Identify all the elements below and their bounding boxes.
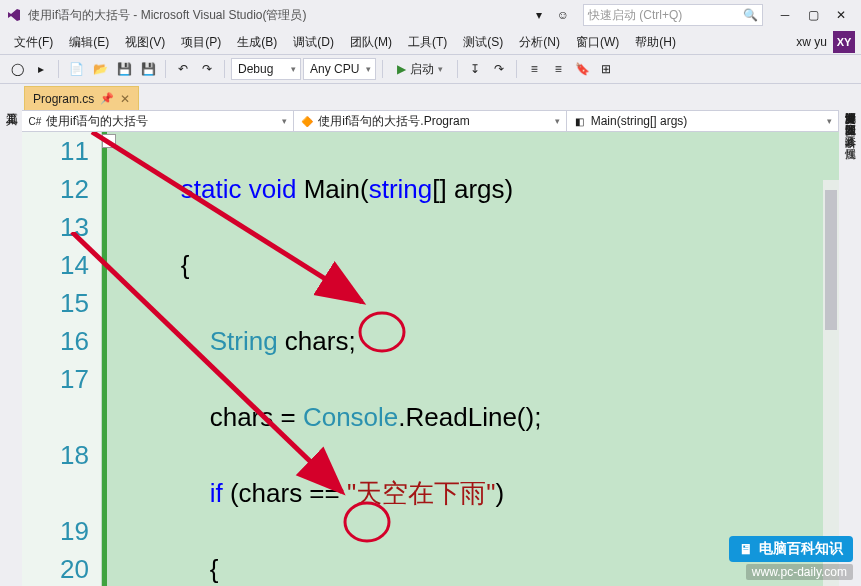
- scrollbar-thumb[interactable]: [825, 190, 837, 330]
- save-button[interactable]: 💾: [113, 58, 135, 80]
- separator: [224, 60, 225, 78]
- quick-launch-placeholder: 快速启动 (Ctrl+Q): [588, 7, 682, 24]
- step-over-button[interactable]: ↷: [488, 58, 510, 80]
- close-button[interactable]: ✕: [827, 5, 855, 25]
- menu-file[interactable]: 文件(F): [6, 34, 61, 51]
- monitor-icon: 🖥: [739, 541, 753, 557]
- pin-icon[interactable]: 📌: [100, 92, 114, 105]
- nav-forward-button[interactable]: ▸: [30, 58, 52, 80]
- menu-window[interactable]: 窗口(W): [568, 34, 627, 51]
- outline-toggle[interactable]: −: [102, 134, 116, 148]
- class-icon: 🔶: [300, 114, 314, 128]
- menu-tools[interactable]: 工具(T): [400, 34, 455, 51]
- menubar: 文件(F) 编辑(E) 视图(V) 项目(P) 生成(B) 调试(D) 团队(M…: [0, 30, 861, 54]
- right-rail: 解决方案资源管理器 团队资源管理器 诊断工具 属性: [839, 84, 861, 586]
- menu-team[interactable]: 团队(M): [342, 34, 400, 51]
- notifications-icon[interactable]: ▾: [529, 5, 549, 25]
- editor-tabs: Program.cs 📌 ✕: [22, 84, 839, 110]
- watermark-url: www.pc-daily.com: [746, 564, 853, 580]
- chevron-down-icon: ▾: [438, 64, 443, 74]
- menu-project[interactable]: 项目(P): [173, 34, 229, 51]
- format-button[interactable]: ⊞: [595, 58, 617, 80]
- menu-view[interactable]: 视图(V): [117, 34, 173, 51]
- code-editor[interactable]: 11 12 13 14 15 16 17 18 19 20 21 static …: [22, 132, 839, 586]
- platform-combo[interactable]: Any CPU: [303, 58, 376, 80]
- search-icon: 🔍: [743, 8, 758, 22]
- vertical-scrollbar[interactable]: [823, 180, 839, 586]
- code-navbar: C# 使用if语句的大括号 🔶 使用if语句的大括号.Program ◧ Mai…: [22, 110, 839, 132]
- new-project-button[interactable]: 📄: [65, 58, 87, 80]
- separator: [516, 60, 517, 78]
- method-icon: ◧: [573, 114, 587, 128]
- menu-analyze[interactable]: 分析(N): [511, 34, 568, 51]
- nav-scope[interactable]: C# 使用if语句的大括号: [22, 111, 294, 131]
- separator: [165, 60, 166, 78]
- feedback-icon[interactable]: ☺: [553, 5, 573, 25]
- titlebar: 使用if语句的大括号 - Microsoft Visual Studio(管理员…: [0, 0, 861, 30]
- separator: [382, 60, 383, 78]
- play-icon: ▶: [397, 62, 406, 76]
- config-combo[interactable]: Debug: [231, 58, 301, 80]
- menu-test[interactable]: 测试(S): [455, 34, 511, 51]
- separator: [457, 60, 458, 78]
- start-button[interactable]: ▶ 启动 ▾: [389, 58, 451, 80]
- menu-help[interactable]: 帮助(H): [627, 34, 684, 51]
- separator: [58, 60, 59, 78]
- uncomment-button[interactable]: ≡: [547, 58, 569, 80]
- quick-launch-input[interactable]: 快速启动 (Ctrl+Q) 🔍: [583, 4, 763, 26]
- nav-class[interactable]: 🔶 使用if语句的大括号.Program: [294, 111, 566, 131]
- vs-logo-icon: [6, 7, 22, 23]
- start-label: 启动: [410, 61, 434, 78]
- line-gutter: 11 12 13 14 15 16 17 18 19 20 21: [22, 132, 102, 586]
- tab-label: Program.cs: [33, 92, 94, 106]
- bookmark-button[interactable]: 🔖: [571, 58, 593, 80]
- maximize-button[interactable]: ▢: [799, 5, 827, 25]
- nav-method[interactable]: ◧ Main(string[] args): [567, 111, 839, 131]
- user-name[interactable]: xw yu: [796, 35, 827, 49]
- nav-back-button[interactable]: ◯: [6, 58, 28, 80]
- menu-build[interactable]: 生成(B): [229, 34, 285, 51]
- csharp-icon: C#: [28, 114, 42, 128]
- menu-edit[interactable]: 编辑(E): [61, 34, 117, 51]
- comment-button[interactable]: ≡: [523, 58, 545, 80]
- watermark: 🖥 电脑百科知识 www.pc-daily.com: [729, 536, 853, 580]
- toolbar: ◯ ▸ 📄 📂 💾 💾 ↶ ↷ Debug Any CPU ▶ 启动 ▾ ↧ ↷…: [0, 54, 861, 84]
- main-area: 工具箱 Program.cs 📌 ✕ C# 使用if语句的大括号 🔶 使用if语…: [0, 84, 861, 586]
- watermark-badge: 🖥 电脑百科知识: [729, 536, 853, 562]
- menu-debug[interactable]: 调试(D): [285, 34, 342, 51]
- save-all-button[interactable]: 💾: [137, 58, 159, 80]
- toolbox-rail[interactable]: 工具箱: [0, 84, 22, 586]
- code-content[interactable]: static void Main(string[] args) { String…: [107, 132, 839, 586]
- minimize-button[interactable]: ─: [771, 5, 799, 25]
- undo-button[interactable]: ↶: [172, 58, 194, 80]
- close-icon[interactable]: ✕: [120, 92, 130, 106]
- step-into-button[interactable]: ↧: [464, 58, 486, 80]
- avatar[interactable]: XY: [833, 31, 855, 53]
- window-title: 使用if语句的大括号 - Microsoft Visual Studio(管理员…: [28, 7, 307, 24]
- redo-button[interactable]: ↷: [196, 58, 218, 80]
- editor-area: Program.cs 📌 ✕ C# 使用if语句的大括号 🔶 使用if语句的大括…: [22, 84, 839, 586]
- tab-program-cs[interactable]: Program.cs 📌 ✕: [24, 86, 139, 110]
- open-file-button[interactable]: 📂: [89, 58, 111, 80]
